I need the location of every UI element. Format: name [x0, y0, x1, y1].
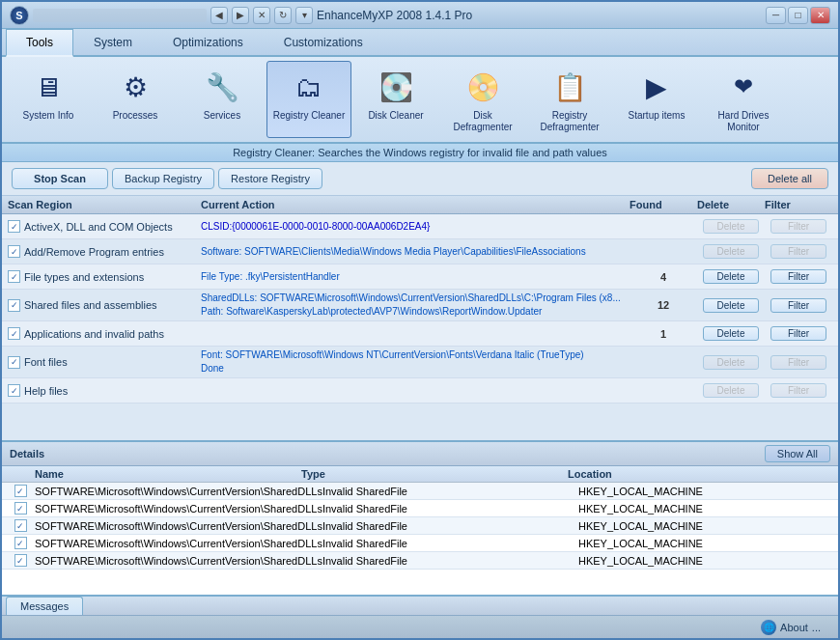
delete-button-4[interactable]: Delete [703, 326, 759, 341]
tab-optimizations[interactable]: Optimizations [153, 29, 264, 55]
tool-disk-defragmenter[interactable]: 📀 Disk Defragmenter [440, 61, 525, 138]
table-row: ✓ File types and extensions File Type: .… [2, 264, 838, 290]
scan-section: Scan Region Current Action Found Delete … [2, 196, 838, 440]
check-apps[interactable]: ✓ [8, 327, 20, 340]
tool-disk-defragmenter-label: Disk Defragmenter [443, 110, 522, 133]
detail-location-4: HKEY_LOCAL_MACHINE [578, 555, 834, 567]
app-logo: S [10, 6, 29, 25]
detail-check-1[interactable]: ✓ [6, 502, 35, 515]
region-label-1: Add/Remove Program entries [24, 246, 164, 258]
forward-button[interactable]: ▶ [232, 7, 249, 24]
filter-button-2[interactable]: Filter [770, 269, 826, 284]
region-cell-2: ✓ File types and extensions [8, 270, 201, 283]
header-filter: Filter [765, 199, 832, 210]
detail-type-2: Invalid SharedFile [322, 520, 578, 532]
scan-table-header: Scan Region Current Action Found Delete … [2, 196, 838, 214]
delete-button-3[interactable]: Delete [703, 298, 759, 313]
tool-disk-cleaner-label: Disk Cleaner [368, 110, 423, 122]
detail-header-location: Location [568, 468, 834, 480]
check-filetypes[interactable]: ✓ [8, 270, 20, 283]
delete-button-0: Delete [703, 219, 759, 234]
check-addremove[interactable]: ✓ [8, 245, 20, 258]
list-item: ✓ SOFTWARE\Microsoft\Windows\CurrentVers… [2, 517, 838, 535]
action-cell-3: SharedDLLs: SOFTWARE\Microsoft\Windows\C… [201, 292, 630, 319]
tool-services-label: Services [204, 110, 240, 122]
detail-name-3: SOFTWARE\Microsoft\Windows\CurrentVersio… [35, 538, 322, 549]
messages-tab[interactable]: Messages [6, 597, 83, 615]
header-scan-region: Scan Region [8, 199, 201, 210]
detail-check-3[interactable]: ✓ [6, 537, 35, 549]
list-item: ✓ SOFTWARE\Microsoft\Windows\CurrentVers… [2, 535, 838, 552]
about-button[interactable]: 🌐 About ... [751, 618, 830, 637]
tool-services[interactable]: 🔧 Services [180, 61, 265, 138]
filter-button-4[interactable]: Filter [770, 326, 826, 341]
minimize-button[interactable]: ─ [766, 7, 786, 24]
delete-col-5: Delete [697, 355, 765, 370]
action-cell-5: Font: SOFTWARE\Microsoft\Windows NT\Curr… [201, 348, 630, 376]
back-button[interactable]: ◀ [210, 7, 228, 24]
processes-icon: ⚙ [114, 66, 156, 108]
tab-tools[interactable]: Tools [6, 29, 73, 57]
more-button[interactable]: ▾ [295, 7, 313, 24]
stop-button[interactable]: ✕ [253, 7, 270, 24]
region-label-2: File types and extensions [24, 271, 144, 283]
delete-col-4: Delete [697, 326, 765, 341]
stop-scan-button[interactable]: Stop Scan [12, 168, 108, 189]
delete-col-0: Delete [697, 219, 765, 234]
table-row: ✓ Font files Font: SOFTWARE\Microsoft\Wi… [2, 347, 838, 378]
list-item: ✓ SOFTWARE\Microsoft\Windows\CurrentVers… [2, 552, 838, 570]
tool-disk-cleaner[interactable]: 💽 Disk Cleaner [353, 61, 438, 138]
maximize-button[interactable]: □ [788, 7, 808, 24]
filter-col-1: Filter [765, 244, 832, 259]
restore-registry-button[interactable]: Restore Registry [218, 168, 322, 189]
region-cell-6: ✓ Help files [8, 384, 201, 397]
tool-hard-drives-monitor[interactable]: ❤ Hard Drives Monitor [701, 61, 786, 138]
check-activex[interactable]: ✓ [8, 220, 20, 233]
close-button[interactable]: ✕ [810, 7, 830, 24]
info-bar: Registry Cleaner: Searches the Windows r… [2, 144, 838, 162]
tool-hard-drives-monitor-label: Hard Drives Monitor [704, 110, 783, 133]
window-controls: ─ □ ✕ [766, 7, 830, 24]
backup-registry-button[interactable]: Backup Registry [112, 168, 214, 189]
delete-col-2: Delete [697, 269, 765, 284]
table-row: ✓ ActiveX, DLL and COM Objects CLSID:{00… [2, 214, 838, 239]
status-bar: 🌐 About ... [2, 615, 838, 638]
region-label-5: Font files [24, 356, 68, 368]
tool-processes[interactable]: ⚙ Processes [93, 61, 178, 138]
delete-button-5: Delete [703, 355, 759, 370]
detail-header-name: Name [35, 468, 301, 480]
tab-customizations[interactable]: Customizations [264, 29, 383, 55]
tool-system-info[interactable]: 🖥 System Info [6, 61, 91, 138]
detail-type-1: Invalid SharedFile [322, 503, 578, 515]
tool-registry-cleaner[interactable]: 🗂 Registry Cleaner [266, 61, 351, 138]
region-cell-1: ✓ Add/Remove Program entries [8, 245, 201, 258]
filter-col-3: Filter [765, 298, 832, 313]
show-all-button[interactable]: Show All [765, 445, 830, 462]
tool-startup-items-label: Startup items [629, 110, 686, 122]
detail-check-0[interactable]: ✓ [6, 485, 35, 497]
check-fonts[interactable]: ✓ [8, 356, 20, 369]
delete-button-2[interactable]: Delete [703, 269, 759, 284]
refresh-button[interactable]: ↻ [274, 7, 292, 24]
region-label-3: Shared files and assemblies [24, 299, 157, 311]
count-cell-4: 1 [630, 328, 697, 340]
detail-check-2[interactable]: ✓ [6, 519, 35, 532]
filter-col-4: Filter [765, 326, 832, 341]
action-cell-0: CLSID:{0000061E-0000-0010-8000-00AA006D2… [201, 220, 630, 234]
detail-name-2: SOFTWARE\Microsoft\Windows\CurrentVersio… [35, 520, 322, 532]
check-help[interactable]: ✓ [8, 384, 20, 397]
title-bar: S ◀ ▶ ✕ ↻ ▾ EnhanceMyXP 2008 1.4.1 Pro ─… [2, 2, 838, 29]
check-shared[interactable]: ✓ [8, 299, 20, 312]
messages-bar: Messages [2, 595, 838, 615]
detail-check-4[interactable]: ✓ [6, 554, 35, 567]
tool-registry-defragmenter[interactable]: 📋 Registry Defragmenter [527, 61, 612, 138]
disk-cleaner-icon: 💽 [375, 66, 417, 108]
region-cell-4: ✓ Applications and invalid paths [8, 327, 201, 340]
filter-button-3[interactable]: Filter [770, 298, 826, 313]
filter-button-1: Filter [770, 244, 826, 259]
title-bar-left: S ◀ ▶ ✕ ↻ ▾ EnhanceMyXP 2008 1.4.1 Pro [10, 6, 472, 25]
tool-startup-items[interactable]: ▶ Startup items [614, 61, 699, 138]
delete-all-button[interactable]: Delete all [751, 168, 828, 189]
tab-system[interactable]: System [73, 29, 153, 55]
detail-name-0: SOFTWARE\Microsoft\Windows\CurrentVersio… [35, 486, 322, 497]
